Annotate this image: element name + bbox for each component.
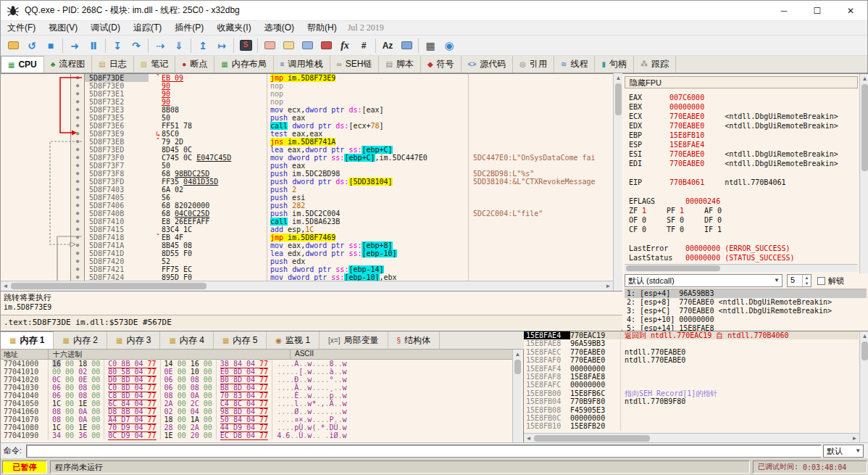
breakpoint-dot[interactable]: ● bbox=[70, 154, 85, 162]
run-to-user-code-icon[interactable]: ↦ bbox=[212, 37, 231, 54]
menu-item-i[interactable]: 收藏夹(I) bbox=[210, 20, 257, 36]
disassembly-view[interactable]: ●5D8F73DEˇEB 09jmp im.5D8F73E9●5D8F73E09… bbox=[1, 73, 613, 281]
argument-row[interactable]: 4: [esp+10] 00000000 bbox=[625, 315, 867, 324]
breakpoint-dot[interactable]: ● bbox=[70, 146, 85, 154]
tab-trace[interactable]: ⁂跟踪 bbox=[634, 56, 676, 73]
patch-icon[interactable] bbox=[260, 37, 279, 54]
disasm-row[interactable]: ●5D8F741A8B45 08mov eax,dword ptr ss:[eb… bbox=[1, 241, 613, 249]
menu-item-d[interactable]: 调试(D) bbox=[84, 20, 127, 36]
tab-script[interactable]: ▤脚本 bbox=[379, 56, 420, 73]
menu-item-p[interactable]: 插件(P) bbox=[168, 20, 210, 36]
disasm-row[interactable]: ●5D8F740556push esi bbox=[1, 194, 613, 202]
scroll-up-arrow[interactable]: ▲ bbox=[860, 331, 868, 341]
disasm-row[interactable]: ●5D8F73E090nop bbox=[1, 82, 613, 90]
disasm-row[interactable]: ●5D8F73E550push eax bbox=[1, 114, 613, 122]
open-file-icon[interactable] bbox=[4, 37, 22, 54]
menu-item-f[interactable]: 文件(F) bbox=[1, 20, 42, 36]
run-icon[interactable]: ➜ bbox=[65, 37, 84, 54]
breakpoint-dot[interactable]: ● bbox=[70, 170, 85, 178]
dump-row[interactable]: 770410200C 00 0E 00D0 8D 04 7706 00 08 0… bbox=[1, 376, 512, 384]
internet-icon[interactable]: ◉ bbox=[440, 37, 459, 54]
tab-graph[interactable]: ♣流程图 bbox=[44, 56, 93, 73]
tab-log[interactable]: ▤日志 bbox=[92, 56, 133, 73]
register-row[interactable]: ESP15E8FAE4 bbox=[629, 140, 854, 149]
dump-row[interactable]: 7704101000 00 02 0080 5B 04 770E 00 10 0… bbox=[1, 368, 512, 376]
dump-rows[interactable]: 7704100016 00 18 00C0 8B 04 7714 00 16 0… bbox=[1, 360, 512, 443]
disasm-row[interactable]: ●5D8F73E6FF51 78call dword ptr ds:[ecx+7… bbox=[1, 122, 613, 130]
disasm-row[interactable]: ●5D8F73F868 98BDC25Dpush im.5DC2BD985DC2… bbox=[1, 170, 613, 178]
dump-row[interactable]: 7704103006 00 08 00C0 8D 04 7706 00 08 0… bbox=[1, 384, 512, 392]
scroll-thumb[interactable] bbox=[11, 283, 206, 289]
tab-references[interactable]: ◎引用 bbox=[513, 56, 554, 73]
menu-item-o[interactable]: 选项(O) bbox=[258, 20, 301, 36]
register-row[interactable]: EAX007C6000 bbox=[629, 93, 854, 102]
step-out-icon[interactable]: ↥ bbox=[193, 37, 212, 54]
dump-tab-监视1[interactable]: ◉监视 1 bbox=[267, 331, 320, 349]
scroll-thumb[interactable] bbox=[514, 360, 521, 374]
disasm-row[interactable]: ●5D8F73E9↳85C0test eax,eax bbox=[1, 130, 613, 138]
menu-item-t[interactable]: 追踪(T) bbox=[127, 20, 168, 36]
breakpoint-dot[interactable]: ● bbox=[70, 194, 85, 202]
dump-tab-内存2[interactable]: ▦内存 2 bbox=[54, 331, 107, 349]
stack-row[interactable]: 15E8FAE896A59BB3 bbox=[524, 339, 859, 347]
register-row[interactable]: OF 0SF 0DF 0 bbox=[629, 215, 854, 225]
step-into-icon[interactable]: ↧ bbox=[108, 37, 127, 54]
argument-row[interactable]: 2: [esp+8] 770EABE0 <ntdll.DbgUiRemoteBr… bbox=[625, 298, 867, 307]
stack-rows[interactable]: 15E8FAE4770EAC19返回到 ntdll.770EAC19 自 ntd… bbox=[524, 331, 859, 431]
breakpoint-dot[interactable]: ● bbox=[70, 130, 85, 138]
scroll-thumb[interactable] bbox=[861, 84, 868, 171]
breakpoint-dot[interactable]: ● bbox=[70, 98, 85, 106]
breakpoint-dot[interactable]: ● bbox=[70, 273, 85, 281]
tab-cpu[interactable]: ▦CPU bbox=[1, 56, 44, 73]
breakpoint-dot[interactable]: ● bbox=[70, 178, 85, 186]
disasm-row[interactable]: ●5D8F73F750push eax bbox=[1, 162, 613, 170]
hash-icon[interactable]: # bbox=[354, 37, 373, 54]
scroll-up-arrow[interactable]: ▲ bbox=[513, 350, 522, 359]
breakpoint-dot[interactable]: ● bbox=[70, 114, 85, 122]
breakpoint-dot[interactable]: ● bbox=[70, 241, 85, 249]
tab-source[interactable]: <>源代码 bbox=[462, 56, 514, 73]
hide-fpu-button[interactable]: 隐藏FPU bbox=[625, 76, 858, 88]
disasm-row[interactable]: ●5D8F73E190nop bbox=[1, 90, 613, 98]
unlock-checkbox[interactable] bbox=[817, 277, 825, 285]
command-input[interactable] bbox=[26, 445, 822, 458]
registers-vscrollbar[interactable]: ▲ ▼ bbox=[859, 74, 868, 273]
register-row[interactable]: ESI770EABE0<ntdll.DbgUiRemoteBreakin> bbox=[629, 149, 854, 159]
register-row[interactable] bbox=[629, 168, 854, 178]
dump-tab-内存3[interactable]: ▦内存 3 bbox=[107, 331, 160, 349]
disasm-row[interactable]: ●5D8F73DEˇEB 09jmp im.5D8F73E9 bbox=[1, 74, 613, 82]
argument-row[interactable]: 1: [esp+4] 96A59BB3 bbox=[625, 289, 867, 298]
breakpoint-dot[interactable]: ● bbox=[70, 82, 85, 90]
register-row[interactable]: CF 0TF 0IF 1 bbox=[629, 225, 854, 234]
stack-row[interactable]: 15E8FB0015E8FB6C指向SEH_Record[1]的指针 bbox=[524, 389, 859, 397]
unlock-checkbox-group[interactable]: 解锁 bbox=[817, 276, 844, 286]
stack-row[interactable]: 15E8FAE4770EAC19返回到 ntdll.770EAC19 自 ntd… bbox=[524, 331, 859, 339]
step-over-icon[interactable]: ↷ bbox=[127, 37, 146, 54]
calculator-icon[interactable]: ▦ bbox=[421, 37, 440, 54]
disassembly-hscrollbar[interactable]: ◄ ► bbox=[1, 281, 613, 291]
stack-hscrollbar[interactable]: ◄ ► bbox=[524, 433, 859, 443]
scroll-right-arrow[interactable]: ► bbox=[604, 281, 613, 291]
stop-icon[interactable]: ■ bbox=[41, 37, 60, 54]
dump-row[interactable]: 7704100016 00 18 00C0 8B 04 7714 00 16 0… bbox=[1, 360, 512, 368]
disasm-row[interactable]: ●5D8F742052push edx bbox=[1, 257, 613, 265]
stack-row[interactable]: 15E8FAF815E8FAE8 bbox=[524, 373, 859, 381]
disasm-row[interactable]: ●5D8F7424895D F0mov dword ptr ss:[ebp-10… bbox=[1, 273, 613, 281]
tab-callstack[interactable]: ≡调用堆栈 bbox=[274, 56, 330, 73]
scroll-thumb[interactable] bbox=[615, 83, 622, 115]
text-case-icon[interactable]: Aᴢ bbox=[378, 37, 397, 54]
disasm-row[interactable]: ●5D8F741D8D55 F0lea edx,dword ptr ss:[eb… bbox=[1, 249, 613, 257]
disasm-row[interactable]: ●5D8F74036A 02push 2 bbox=[1, 186, 613, 194]
scroll-left-arrow[interactable]: ◄ bbox=[1, 281, 10, 291]
dump-row[interactable]: 7704107008 00 0A 00A4 D7 04 7718 00 1A 0… bbox=[1, 416, 512, 424]
dump-row[interactable]: 7704104006 00 08 00C8 8D 04 7708 00 0A 0… bbox=[1, 392, 512, 400]
arguments-list[interactable]: 1: [esp+4] 96A59BB32: [esp+8] 770EABE0 <… bbox=[625, 289, 867, 331]
favourites-icon[interactable] bbox=[317, 37, 335, 54]
scroll-thumb[interactable] bbox=[861, 342, 868, 360]
dump-tab-内存4[interactable]: ▦内存 4 bbox=[160, 331, 213, 349]
breakpoint-dot[interactable]: ● bbox=[70, 218, 85, 226]
menu-item-h[interactable]: 帮助(H) bbox=[301, 20, 343, 36]
breakpoint-dot[interactable]: ● bbox=[70, 249, 85, 257]
tab-seh[interactable]: ∞SEH链 bbox=[330, 56, 380, 73]
command-profile-select[interactable]: 默认 ▼ bbox=[823, 445, 864, 458]
